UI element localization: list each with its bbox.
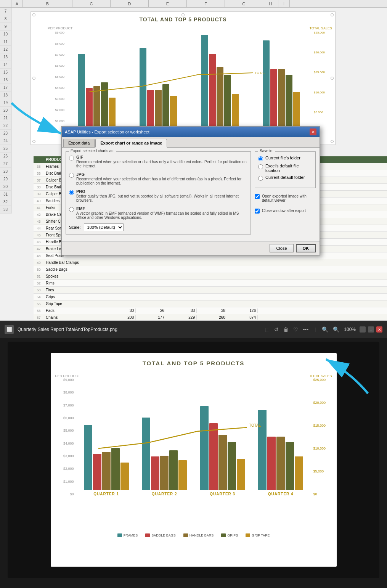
save-current-folder-radio[interactable] xyxy=(258,156,263,161)
bar-chart: QUARTER 1 QUARTER 2 xyxy=(66,31,312,134)
viewer-zoom-level: 100% xyxy=(344,327,356,332)
legend-griptape: GRIP TAPE xyxy=(246,533,270,537)
y-axis-right: $0$5.000$10.000$15.000$20.000$25.000 xyxy=(314,31,333,134)
resize-handle-br[interactable] xyxy=(331,140,334,143)
viewer-share-button[interactable]: ⬚ xyxy=(265,326,270,333)
viewer-q2-group: QUARTER 2 xyxy=(142,418,187,496)
bar-q1-griptape xyxy=(109,98,116,128)
close-button[interactable]: Close xyxy=(270,244,293,252)
scale-row: Scale: 100% (Default) 50% 200% xyxy=(69,223,247,231)
resize-handle-left[interactable] xyxy=(32,77,35,80)
viewer-zoom-out-button[interactable]: 🔍 xyxy=(322,326,328,333)
table-row: 53 Tires xyxy=(34,287,387,294)
save-excel-default-radio[interactable] xyxy=(258,164,263,169)
viewer-zoom-in-button[interactable]: 🔍 xyxy=(333,326,339,333)
viewer-favorite-button[interactable]: ♡ xyxy=(293,326,298,333)
bar-q2-griptape xyxy=(170,96,177,128)
resize-handle-tr[interactable] xyxy=(331,13,334,16)
minimize-button[interactable]: — xyxy=(360,326,366,333)
viewer-total-sales-label: TOTAL SALES xyxy=(309,374,332,378)
total-sales-label: TOTAL SALES xyxy=(310,26,332,30)
emf-radio[interactable] xyxy=(69,207,74,212)
viewer-delete-button[interactable]: 🗑 xyxy=(283,326,289,333)
legend-griptape-swatch xyxy=(246,533,250,537)
dialog-footer: Close OK xyxy=(62,241,320,255)
table-row: 50 Saddle Bags xyxy=(34,266,387,273)
legend-grips-label: GRIPS xyxy=(227,533,238,537)
col-headers: A B C D E F G H I xyxy=(0,0,387,8)
emf-label: EMF xyxy=(76,206,247,211)
viewer-q2-label: QUARTER 2 xyxy=(152,492,177,496)
col-header-b: B xyxy=(23,0,72,7)
legend-saddlebags-swatch xyxy=(145,533,150,537)
bar-q3-grips xyxy=(224,75,231,128)
viewer-q1-label: QUARTER 1 xyxy=(93,492,119,496)
viewer-y-left: $0$1,000$2,000$3,000$4,000$5,000$6,000$7… xyxy=(55,378,75,496)
ok-button[interactable]: OK xyxy=(296,244,316,252)
open-exported-label: Open exported image with default viewer xyxy=(262,194,316,202)
open-exported-checkbox[interactable] xyxy=(255,194,260,199)
table-row: 56 Pads 30263338126 xyxy=(34,307,387,314)
col-header-h: H xyxy=(263,0,278,7)
gif-radio[interactable] xyxy=(69,156,74,161)
gif-label: GIF xyxy=(76,155,247,159)
jpg-option-row: JPG Recommended when your selection of c… xyxy=(69,172,247,185)
bar-q3-frames xyxy=(201,35,208,128)
table-row: 54 Grips xyxy=(34,294,387,300)
table-row: 52 Rims xyxy=(34,280,387,287)
viewer-undo-button[interactable]: ↺ xyxy=(274,326,279,333)
save-current-folder-label: Current file's folder xyxy=(265,156,300,160)
viewer-q4-group: QUARTER 4 xyxy=(258,410,303,496)
col-header-row-num xyxy=(0,0,11,7)
png-label: PNG xyxy=(76,189,247,194)
viewer-per-product-label: PER PRODUCT xyxy=(55,374,80,378)
dialog-body: Export selected charts as: GIF Recommend… xyxy=(62,148,320,241)
viewer-content: TOTAL AND TOP 5 PRODUCTS PER PRODUCT TOT… xyxy=(8,342,379,578)
emf-option-row: EMF A vector graphic in EMF (enhanced ve… xyxy=(69,206,247,220)
bar-q4-grips xyxy=(286,75,292,128)
bar-q3-handlebars xyxy=(217,67,223,128)
tab-export-data[interactable]: Export data xyxy=(63,139,95,147)
legend-griptape-label: GRIP TAPE xyxy=(252,533,270,537)
bar-q1-saddlebags xyxy=(86,88,93,128)
resize-handle-tl[interactable] xyxy=(32,13,35,16)
table-row: 49 Handle Bar Clamps xyxy=(34,259,387,266)
excel-section: A B C D E F G H I 789 101112 131415 1617… xyxy=(0,0,387,320)
dialog-left-panel: Export selected charts as: GIF Recommend… xyxy=(66,151,251,238)
viewer-window-buttons: — □ ✕ xyxy=(360,326,382,333)
viewer-more-button[interactable]: ••• xyxy=(303,326,308,333)
tab-export-chart[interactable]: Export chart or range as image xyxy=(95,139,167,148)
save-current-default-label: Current default folder xyxy=(265,175,305,180)
col-header-g: G xyxy=(225,0,263,7)
scale-select[interactable]: 100% (Default) 50% 200% xyxy=(84,223,124,231)
legend-saddlebags-label: SADDLE BAGS xyxy=(151,533,176,537)
bar-q4-handlebars xyxy=(278,69,285,128)
open-exported-row: Open exported image with default viewer xyxy=(255,194,316,202)
legend-frames-swatch xyxy=(117,533,122,537)
close-after-checkbox[interactable] xyxy=(255,209,260,214)
viewer-filename: Quarterly Sales Report TotalAndTopProduc… xyxy=(18,327,261,332)
resize-handle-bl[interactable] xyxy=(32,140,35,143)
dialog-close-button[interactable]: ✕ xyxy=(310,129,316,135)
save-current-default-row: Current default folder xyxy=(258,175,312,181)
legend-frames: FRAMES xyxy=(117,533,138,537)
png-radio[interactable] xyxy=(69,190,74,195)
resize-handle-top[interactable] xyxy=(181,13,185,16)
excel-chart: TOTAL AND TOP 5 PRODUCTS PER PRODUCT TOT… xyxy=(31,11,336,145)
save-current-default-radio[interactable] xyxy=(258,176,263,181)
jpg-radio[interactable] xyxy=(69,173,74,178)
save-in-label: Save in: xyxy=(258,149,275,153)
viewer-app-icon: ⬜ xyxy=(5,325,14,334)
row-numbers: 789 101112 131415 161718 192021 222324 2… xyxy=(0,8,11,214)
bar-q4-saddlebags xyxy=(270,69,277,128)
viewer-legend: FRAMES SADDLE BAGS HANDLE BARS GRIPS GRI… xyxy=(55,533,333,537)
quarter-2-group: QUARTER 2 xyxy=(140,48,177,134)
viewer-q1-group: QUARTER 1 xyxy=(84,425,129,496)
legend-grips: GRIPS xyxy=(221,533,238,537)
close-window-button[interactable]: ✕ xyxy=(376,326,382,333)
jpg-label: JPG xyxy=(76,172,247,177)
bar-q2-handlebars xyxy=(155,90,162,128)
bar-q2-frames xyxy=(140,48,146,128)
maximize-button[interactable]: □ xyxy=(368,326,374,333)
bar-q3-saddlebags xyxy=(209,54,216,128)
